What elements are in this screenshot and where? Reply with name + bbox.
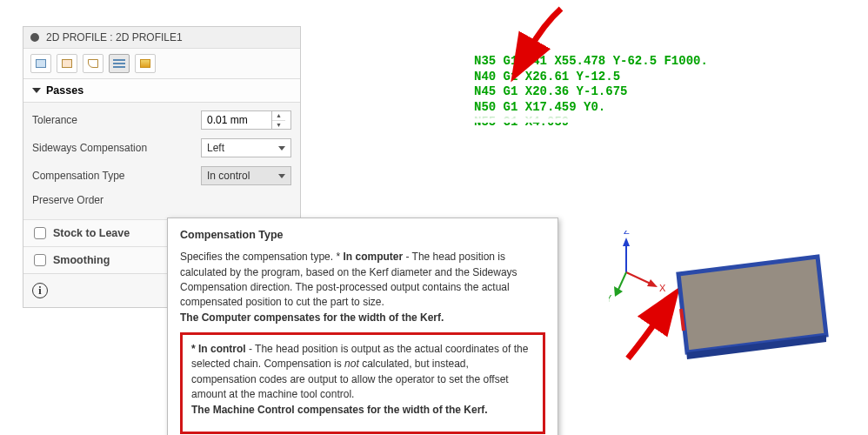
passes-rows: Tolerance ▲ ▼ Sideways Compensation Left [23, 103, 300, 219]
tolerance-label: Tolerance [32, 114, 201, 126]
tolerance-field[interactable] [202, 111, 271, 129]
t1b: In computer [343, 251, 403, 263]
spinner-down-icon[interactable]: ▼ [272, 121, 285, 130]
t2a: * In control [191, 343, 246, 355]
chevron-down-icon [278, 146, 285, 151]
axis-z-label: Z [624, 231, 630, 236]
t1s: The Computer compensates for the width o… [180, 311, 444, 324]
tolerance-input[interactable]: ▲ ▼ [201, 110, 291, 130]
svg-marker-1 [623, 238, 630, 246]
smoothing-label: Smoothing [53, 254, 110, 266]
passes-icon [113, 59, 125, 68]
row-sideways-comp: Sideways Compensation Left [32, 134, 291, 162]
tolerance-spinner[interactable]: ▲ ▼ [271, 111, 285, 129]
svg-line-2 [626, 272, 652, 284]
t1a: Specifies the compensation type. * [180, 251, 343, 263]
info-icon[interactable]: i [32, 283, 48, 298]
axis-x-label: X [659, 283, 666, 293]
chevron-down-icon [278, 174, 285, 178]
sideways-dropdown[interactable]: Left [201, 138, 291, 157]
t2e: not [344, 358, 359, 370]
axis-y-label: Y [609, 293, 612, 304]
heights-icon [62, 59, 72, 68]
tab-radii[interactable] [83, 54, 103, 73]
stock-label: Stock to Leave [53, 227, 130, 239]
panel-title-bar[interactable]: 2D PROFILE : 2D PROFILE1 [23, 27, 300, 49]
linking-icon [140, 59, 150, 68]
preserve-label: Preserve Order [32, 194, 201, 206]
chevron-down-icon [32, 88, 41, 93]
row-compensation-type: Compensation Type In control [32, 162, 291, 190]
comp-type-dropdown[interactable]: In control [201, 166, 291, 185]
gcode-fade [474, 111, 700, 123]
passes-section-header[interactable]: Passes [23, 79, 300, 103]
radii-icon [88, 59, 98, 68]
tooltip-in-control: * In control - The head position is outp… [191, 342, 534, 418]
section-title: Passes [46, 84, 83, 97]
compensation-type-tooltip: Compensation Type Specifies the compensa… [167, 218, 558, 435]
plate-viewport-svg: Z X Y [609, 231, 835, 378]
tab-heights[interactable] [57, 54, 77, 73]
row-preserve-order: Preserve Order [32, 190, 291, 211]
comp-type-value: In control [207, 170, 250, 182]
tooltip-title: Compensation Type [180, 227, 545, 243]
tab-geometry[interactable] [30, 54, 51, 73]
panel-title: 2D PROFILE : 2D PROFILE1 [46, 31, 183, 44]
collapse-icon[interactable] [30, 33, 39, 42]
checkbox-icon[interactable] [34, 227, 46, 239]
tooltip-in-computer: Specifies the compensation type. * In co… [180, 250, 545, 325]
model-preview[interactable]: Z X Y [609, 231, 835, 378]
tooltip-in-control-highlight: * In control - The head position is outp… [180, 332, 545, 434]
annotation-arrow-gcode [513, 7, 574, 59]
geometry-icon [36, 59, 46, 68]
panel-tab-toolbar [23, 49, 300, 79]
sideways-value: Left [207, 142, 224, 154]
tab-linking[interactable] [135, 54, 156, 73]
svg-line-4 [618, 272, 626, 291]
checkbox-icon[interactable] [34, 254, 46, 266]
sideways-label: Sideways Compensation [32, 142, 201, 154]
spinner-up-icon[interactable]: ▲ [272, 111, 285, 121]
t2s: The Machine Control compensates for the … [191, 404, 488, 416]
svg-marker-3 [647, 279, 658, 287]
row-tolerance: Tolerance ▲ ▼ [32, 106, 291, 134]
comp-type-label: Compensation Type [32, 170, 201, 182]
tab-passes[interactable] [109, 54, 130, 73]
